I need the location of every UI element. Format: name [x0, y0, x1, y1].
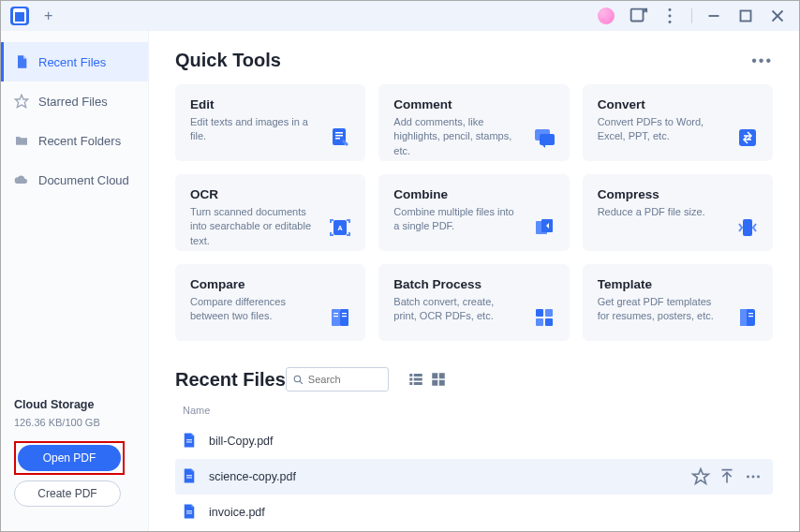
svg-rect-29: [536, 318, 543, 326]
tool-edit[interactable]: EditEdit texts and images in a file.: [175, 84, 365, 161]
content: Quick Tools ••• EditEdit texts and image…: [149, 31, 799, 531]
tool-desc: Combine multiple files into a single PDF…: [393, 205, 515, 234]
svg-text:A: A: [338, 225, 343, 231]
sidebar-item-label: Recent Files: [38, 55, 106, 69]
tool-compress[interactable]: CompressReduce a PDF file size.: [583, 174, 773, 251]
sidebar: Recent FilesStarred FilesRecent FoldersD…: [1, 31, 149, 531]
svg-point-35: [294, 376, 301, 382]
storage-label: Cloud Storage: [14, 398, 135, 411]
svg-rect-45: [432, 380, 437, 386]
tool-template[interactable]: TemplateGet great PDF templates for resu…: [583, 264, 773, 341]
svg-rect-49: [186, 475, 192, 476]
minimize-button[interactable]: [704, 6, 724, 26]
avatar-icon[interactable]: [596, 6, 616, 26]
svg-rect-37: [409, 374, 412, 377]
search-box[interactable]: [286, 367, 389, 392]
file-name: invoice.pdf: [209, 506, 763, 519]
svg-rect-30: [545, 318, 553, 326]
create-pdf-button[interactable]: Create PDF: [14, 480, 121, 507]
svg-rect-25: [342, 313, 347, 314]
file-name: bill-Copy.pdf: [209, 435, 763, 448]
tool-convert[interactable]: ConvertConvert PDFs to Word, Excel, PPT,…: [583, 84, 773, 161]
svg-rect-5: [741, 11, 751, 22]
svg-rect-20: [743, 219, 752, 236]
tool-comment[interactable]: CommentAdd comments, like highlights, pe…: [378, 84, 569, 161]
open-pdf-button[interactable]: Open PDF: [18, 445, 121, 471]
svg-marker-51: [693, 469, 709, 484]
tool-desc: Add comments, like highlights, pencil, s…: [393, 115, 515, 158]
svg-rect-24: [333, 316, 338, 317]
svg-point-3: [669, 21, 672, 23]
sidebar-item-recent-files[interactable]: Recent Files: [1, 42, 148, 81]
app-logo-icon: [10, 7, 29, 25]
pdf-file-icon: [181, 467, 198, 486]
tool-title: OCR: [190, 187, 350, 201]
tool-batch[interactable]: Batch ProcessBatch convert, create, prin…: [378, 264, 569, 341]
menu-icon[interactable]: [659, 6, 680, 26]
more-icon[interactable]: [743, 466, 763, 487]
search-icon: [292, 374, 304, 386]
svg-rect-56: [186, 513, 192, 514]
share-icon[interactable]: [628, 6, 648, 26]
sidebar-item-starred-files[interactable]: Starred Files: [1, 81, 148, 121]
svg-line-36: [300, 381, 303, 384]
svg-rect-50: [186, 478, 192, 479]
svg-point-1: [669, 8, 672, 11]
recent-files-title: Recent Files: [175, 369, 286, 391]
upload-icon[interactable]: [717, 466, 737, 487]
close-button[interactable]: [767, 6, 788, 26]
svg-rect-40: [414, 378, 422, 381]
file-row[interactable]: invoice.pdf: [175, 495, 773, 530]
tool-title: Compress: [598, 187, 758, 201]
tool-desc: Get great PDF templates for resumes, pos…: [598, 295, 719, 324]
svg-point-2: [669, 15, 672, 18]
svg-marker-8: [15, 95, 27, 107]
tool-title: Comment: [393, 97, 554, 111]
svg-rect-21: [332, 309, 340, 326]
titlebar: +: [1, 1, 799, 31]
sidebar-item-recent-folders[interactable]: Recent Folders: [1, 121, 148, 160]
svg-point-52: [747, 476, 749, 479]
new-tab-button[interactable]: +: [37, 7, 60, 24]
tool-title: Combine: [393, 187, 554, 201]
svg-rect-10: [335, 132, 343, 134]
star-icon: [14, 94, 29, 109]
quick-tools-menu-icon[interactable]: •••: [751, 52, 773, 69]
svg-rect-0: [631, 9, 644, 22]
svg-rect-22: [340, 309, 348, 326]
file-row[interactable]: science-copy.pdf: [175, 459, 773, 495]
cloud-icon: [14, 172, 29, 187]
tool-desc: Edit texts and images in a file.: [190, 115, 312, 144]
list-view-toggle[interactable]: [407, 371, 424, 388]
tool-desc: Convert PDFs to Word, Excel, PPT, etc.: [598, 115, 719, 144]
file-row[interactable]: bill-Copy.pdf: [175, 423, 773, 459]
search-input[interactable]: [308, 374, 378, 385]
svg-rect-44: [439, 373, 445, 378]
column-header-name: Name: [175, 401, 773, 423]
svg-rect-46: [439, 380, 445, 386]
svg-rect-38: [414, 374, 422, 377]
maximize-button[interactable]: [735, 6, 756, 26]
tool-title: Template: [598, 277, 758, 291]
convert-icon: [735, 126, 760, 150]
edit-icon: [328, 126, 352, 150]
pdf-file-icon: [181, 432, 198, 451]
compress-icon: [735, 215, 760, 240]
svg-rect-33: [748, 313, 753, 314]
svg-rect-15: [739, 129, 756, 146]
file-icon: [14, 54, 29, 69]
svg-rect-39: [409, 378, 412, 381]
grid-view-toggle[interactable]: [430, 371, 447, 388]
tool-combine[interactable]: CombineCombine multiple files into a sin…: [378, 174, 569, 251]
tool-compare[interactable]: CompareCompare differences between two f…: [175, 264, 365, 341]
tool-title: Compare: [190, 277, 350, 291]
svg-rect-11: [335, 135, 343, 137]
sidebar-item-document-cloud[interactable]: Document Cloud: [1, 160, 148, 200]
tool-ocr[interactable]: OCRTurn scanned documents into searchabl…: [175, 174, 365, 251]
star-icon[interactable]: [690, 466, 711, 487]
svg-rect-12: [335, 138, 340, 140]
svg-rect-55: [186, 510, 192, 511]
sidebar-item-label: Recent Folders: [38, 134, 121, 148]
combine-icon: [532, 215, 556, 240]
pdf-file-icon: [181, 503, 198, 522]
